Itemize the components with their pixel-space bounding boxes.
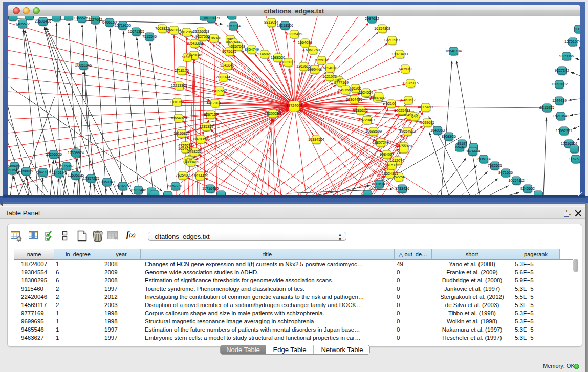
svg-text:9975867: 9975867 [59, 164, 74, 168]
svg-text:39197: 39197 [457, 141, 467, 146]
svg-text:6794028: 6794028 [323, 65, 337, 70]
svg-text:1527602: 1527602 [88, 17, 102, 22]
svg-text:19654923: 19654923 [399, 129, 416, 134]
svg-text:16210643: 16210643 [553, 114, 569, 118]
svg-text:15716485: 15716485 [202, 186, 219, 191]
svg-text:10025488: 10025488 [394, 108, 410, 113]
svg-text:17357225: 17357225 [83, 176, 99, 181]
svg-text:7386372: 7386372 [354, 108, 368, 113]
svg-text:417004: 417004 [209, 101, 221, 105]
svg-text:9474444: 9474444 [466, 149, 480, 154]
svg-text:13325419: 13325419 [286, 32, 302, 36]
svg-text:644: 644 [411, 114, 418, 119]
svg-text:8912954: 8912954 [180, 30, 194, 34]
svg-text:39154: 39154 [8, 168, 17, 172]
svg-text:9227342: 9227342 [555, 68, 569, 73]
svg-text:7955812: 7955812 [314, 58, 329, 62]
svg-text:10654112: 10654112 [508, 178, 524, 183]
svg-text:11178: 11178 [574, 27, 580, 31]
svg-text:23226058: 23226058 [193, 29, 209, 34]
svg-text:6961758: 6961758 [306, 48, 320, 52]
svg-text:7632621: 7632621 [488, 163, 502, 168]
svg-text:16154808: 16154808 [374, 26, 390, 31]
svg-text:17016504: 17016504 [561, 141, 577, 146]
svg-text:9699695: 9699695 [420, 120, 434, 125]
svg-text:15692971: 15692971 [556, 128, 572, 133]
svg-text:1145194: 1145194 [52, 170, 66, 175]
svg-text:12213369: 12213369 [171, 83, 187, 88]
svg-text:1733426: 1733426 [395, 186, 409, 191]
svg-text:12093822: 12093822 [551, 82, 568, 86]
svg-text:17359924: 17359924 [68, 150, 84, 155]
svg-text:20206526: 20206526 [46, 152, 62, 157]
svg-text:14099489: 14099489 [183, 160, 199, 164]
svg-text:15751074: 15751074 [564, 39, 580, 44]
svg-text:19384554: 19384554 [308, 137, 324, 142]
svg-text:2087682: 2087682 [365, 16, 379, 21]
svg-text:12975115: 12975115 [402, 81, 418, 85]
svg-text:10543382: 10543382 [186, 41, 203, 46]
svg-text:19756928: 19756928 [396, 144, 412, 148]
svg-text:18724007: 18724007 [286, 103, 302, 108]
svg-text:3624554: 3624554 [359, 90, 373, 95]
svg-text:16671355: 16671355 [128, 29, 144, 34]
svg-text:2803144: 2803144 [216, 75, 230, 79]
svg-text:3822037: 3822037 [281, 60, 295, 64]
svg-text:3215955: 3215955 [540, 105, 554, 110]
svg-text:62100: 62100 [386, 101, 396, 106]
svg-text:16136141: 16136141 [371, 182, 387, 186]
svg-text:252254: 252254 [393, 174, 405, 179]
svg-text:9146821: 9146821 [257, 52, 272, 56]
svg-text:9084067: 9084067 [380, 152, 394, 157]
svg-text:2942737: 2942737 [36, 170, 50, 174]
svg-text:9242848: 9242848 [220, 63, 234, 68]
svg-text:10654923: 10654923 [170, 116, 187, 120]
svg-text:16033809: 16033809 [203, 16, 220, 20]
svg-text:1588520: 1588520 [271, 55, 285, 60]
svg-text:7357224: 7357224 [226, 24, 241, 28]
svg-text:2718176: 2718176 [175, 68, 189, 73]
svg-text:19218506: 19218506 [277, 23, 293, 28]
svg-text:6497568: 6497568 [338, 87, 353, 92]
svg-text:1405572: 1405572 [15, 21, 30, 26]
svg-text:2935114: 2935114 [476, 157, 490, 161]
svg-text:3675685: 3675685 [222, 49, 236, 54]
svg-text:2367608: 2367608 [231, 44, 245, 49]
svg-text:1612074: 1612074 [390, 158, 404, 163]
svg-text:10958107: 10958107 [99, 180, 115, 184]
svg-text:8471626: 8471626 [498, 170, 513, 175]
svg-text:9463627: 9463627 [401, 98, 416, 102]
svg-text:10688609: 10688609 [365, 129, 382, 134]
svg-text:8454749: 8454749 [245, 47, 259, 52]
svg-text:1167533: 1167533 [569, 157, 580, 161]
svg-text:1640953: 1640953 [430, 128, 445, 133]
svg-text:19166827: 19166827 [173, 131, 190, 136]
svg-text:8958926: 8958926 [442, 134, 456, 139]
svg-text:9245652: 9245652 [520, 186, 535, 191]
svg-text:10719155: 10719155 [115, 23, 131, 28]
svg-text:8427552: 8427552 [212, 89, 227, 93]
svg-text:8878352: 8878352 [193, 137, 208, 141]
svg-text:8267110: 8267110 [204, 112, 217, 117]
svg-text:9857791: 9857791 [168, 184, 183, 188]
svg-text:9329966: 9329966 [559, 54, 574, 58]
svg-text:8186328: 8186328 [207, 36, 221, 40]
svg-text:16648784: 16648784 [445, 49, 462, 53]
svg-text:1621072: 1621072 [322, 74, 337, 79]
svg-text:7485063: 7485063 [398, 67, 412, 71]
svg-text:18300295: 18300295 [265, 111, 281, 116]
svg-text:18807249: 18807249 [373, 140, 389, 145]
svg-text:16782759: 16782759 [115, 184, 131, 188]
svg-text:1244419: 1244419 [552, 98, 567, 103]
svg-text:20053346: 20053346 [75, 63, 92, 68]
svg-text:1156829: 1156829 [19, 169, 33, 173]
svg-text:8813054: 8813054 [264, 20, 278, 25]
svg-text:7515546: 7515546 [142, 34, 157, 39]
svg-text:9115460: 9115460 [419, 105, 432, 110]
svg-text:6990448: 6990448 [308, 67, 322, 72]
svg-text:5498222: 5498222 [187, 149, 202, 154]
svg-text:12505135: 12505135 [68, 173, 84, 178]
svg-text:1664098: 1664098 [298, 40, 312, 45]
svg-text:9777169: 9777169 [334, 80, 349, 85]
svg-text:12213967: 12213967 [384, 38, 400, 42]
